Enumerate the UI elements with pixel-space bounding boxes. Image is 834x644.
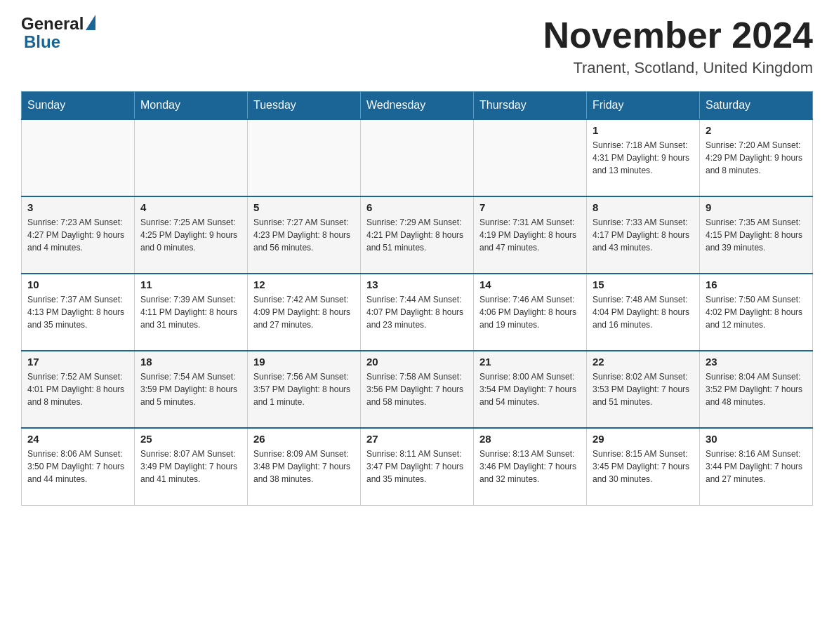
- logo-triangle-icon: [86, 15, 95, 30]
- day-number: 7: [479, 201, 581, 213]
- day-number: 25: [140, 433, 241, 445]
- day-number: 15: [593, 279, 694, 290]
- day-info: Sunrise: 7:35 AM Sunset: 4:15 PM Dayligh…: [706, 216, 807, 254]
- day-number: 28: [479, 433, 581, 445]
- calendar-header-tuesday: Tuesday: [248, 92, 361, 120]
- calendar-cell: 17Sunrise: 7:52 AM Sunset: 4:01 PM Dayli…: [22, 351, 135, 428]
- page: General Blue November 2024 Tranent, Scot…: [0, 0, 834, 520]
- day-info: Sunrise: 7:46 AM Sunset: 4:06 PM Dayligh…: [479, 293, 581, 331]
- day-number: 27: [366, 433, 468, 445]
- logo-general-text: General: [21, 14, 84, 34]
- calendar-cell: 15Sunrise: 7:48 AM Sunset: 4:04 PM Dayli…: [587, 274, 700, 351]
- logo-blue-text: Blue: [24, 32, 60, 52]
- calendar-cell: 13Sunrise: 7:44 AM Sunset: 4:07 PM Dayli…: [361, 274, 474, 351]
- logo-line1: General: [21, 14, 95, 34]
- calendar-cell: 21Sunrise: 8:00 AM Sunset: 3:54 PM Dayli…: [474, 351, 587, 428]
- calendar-cell: 14Sunrise: 7:46 AM Sunset: 4:06 PM Dayli…: [474, 274, 587, 351]
- day-info: Sunrise: 7:37 AM Sunset: 4:13 PM Dayligh…: [27, 293, 128, 331]
- day-info: Sunrise: 8:09 AM Sunset: 3:48 PM Dayligh…: [253, 448, 355, 485]
- day-info: Sunrise: 7:50 AM Sunset: 4:02 PM Dayligh…: [706, 293, 807, 331]
- calendar-cell: 7Sunrise: 7:31 AM Sunset: 4:19 PM Daylig…: [474, 196, 587, 274]
- day-number: 10: [27, 279, 128, 290]
- calendar-cell: 22Sunrise: 8:02 AM Sunset: 3:53 PM Dayli…: [587, 351, 700, 428]
- day-info: Sunrise: 7:23 AM Sunset: 4:27 PM Dayligh…: [27, 216, 128, 254]
- calendar-cell: 3Sunrise: 7:23 AM Sunset: 4:27 PM Daylig…: [22, 196, 135, 274]
- day-info: Sunrise: 8:11 AM Sunset: 3:47 PM Dayligh…: [366, 448, 468, 485]
- calendar-cell: 28Sunrise: 8:13 AM Sunset: 3:46 PM Dayli…: [474, 428, 587, 505]
- calendar-cell: 20Sunrise: 7:58 AM Sunset: 3:56 PM Dayli…: [361, 351, 474, 428]
- calendar: SundayMondayTuesdayWednesdayThursdayFrid…: [21, 91, 813, 506]
- calendar-cell: 4Sunrise: 7:25 AM Sunset: 4:25 PM Daylig…: [135, 196, 248, 274]
- day-info: Sunrise: 7:39 AM Sunset: 4:11 PM Dayligh…: [140, 293, 241, 331]
- day-number: 9: [706, 201, 807, 213]
- logo: General Blue: [21, 14, 95, 52]
- calendar-cell: 10Sunrise: 7:37 AM Sunset: 4:13 PM Dayli…: [22, 274, 135, 351]
- day-number: 3: [27, 201, 128, 213]
- day-info: Sunrise: 7:25 AM Sunset: 4:25 PM Dayligh…: [140, 216, 241, 254]
- day-number: 1: [593, 124, 694, 136]
- day-info: Sunrise: 7:52 AM Sunset: 4:01 PM Dayligh…: [27, 370, 128, 408]
- day-number: 19: [253, 356, 355, 368]
- calendar-cell: 2Sunrise: 7:20 AM Sunset: 4:29 PM Daylig…: [700, 119, 813, 196]
- day-info: Sunrise: 7:27 AM Sunset: 4:23 PM Dayligh…: [253, 216, 355, 254]
- calendar-cell: [22, 119, 135, 196]
- calendar-cell: [248, 119, 361, 196]
- calendar-header-saturday: Saturday: [700, 92, 813, 120]
- day-info: Sunrise: 8:13 AM Sunset: 3:46 PM Dayligh…: [479, 448, 581, 485]
- day-info: Sunrise: 8:00 AM Sunset: 3:54 PM Dayligh…: [479, 370, 581, 408]
- main-title: November 2024: [543, 14, 813, 56]
- day-number: 5: [253, 201, 355, 213]
- day-info: Sunrise: 7:56 AM Sunset: 3:57 PM Dayligh…: [253, 370, 355, 408]
- day-info: Sunrise: 7:54 AM Sunset: 3:59 PM Dayligh…: [140, 370, 241, 408]
- day-number: 30: [706, 433, 807, 445]
- calendar-header-friday: Friday: [587, 92, 700, 120]
- day-number: 16: [706, 279, 807, 290]
- calendar-cell: 9Sunrise: 7:35 AM Sunset: 4:15 PM Daylig…: [700, 196, 813, 274]
- day-number: 6: [366, 201, 468, 213]
- day-info: Sunrise: 7:48 AM Sunset: 4:04 PM Dayligh…: [593, 293, 694, 331]
- calendar-cell: 23Sunrise: 8:04 AM Sunset: 3:52 PM Dayli…: [700, 351, 813, 428]
- day-info: Sunrise: 8:06 AM Sunset: 3:50 PM Dayligh…: [27, 448, 128, 485]
- day-info: Sunrise: 7:20 AM Sunset: 4:29 PM Dayligh…: [706, 139, 807, 177]
- calendar-header-sunday: Sunday: [22, 92, 135, 120]
- calendar-cell: 11Sunrise: 7:39 AM Sunset: 4:11 PM Dayli…: [135, 274, 248, 351]
- calendar-week-4: 17Sunrise: 7:52 AM Sunset: 4:01 PM Dayli…: [22, 351, 813, 428]
- day-info: Sunrise: 8:16 AM Sunset: 3:44 PM Dayligh…: [706, 448, 807, 485]
- header: General Blue November 2024 Tranent, Scot…: [21, 14, 813, 77]
- calendar-cell: 26Sunrise: 8:09 AM Sunset: 3:48 PM Dayli…: [248, 428, 361, 505]
- calendar-cell: 8Sunrise: 7:33 AM Sunset: 4:17 PM Daylig…: [587, 196, 700, 274]
- day-number: 13: [366, 279, 468, 290]
- calendar-cell: 12Sunrise: 7:42 AM Sunset: 4:09 PM Dayli…: [248, 274, 361, 351]
- day-number: 17: [27, 356, 128, 368]
- day-number: 12: [253, 279, 355, 290]
- calendar-week-2: 3Sunrise: 7:23 AM Sunset: 4:27 PM Daylig…: [22, 196, 813, 274]
- day-number: 21: [479, 356, 581, 368]
- day-number: 2: [706, 124, 807, 136]
- title-area: November 2024 Tranent, Scotland, United …: [543, 14, 813, 77]
- day-number: 8: [593, 201, 694, 213]
- day-info: Sunrise: 7:31 AM Sunset: 4:19 PM Dayligh…: [479, 216, 581, 254]
- subtitle: Tranent, Scotland, United Kingdom: [543, 59, 813, 77]
- calendar-cell: 18Sunrise: 7:54 AM Sunset: 3:59 PM Dayli…: [135, 351, 248, 428]
- calendar-cell: 30Sunrise: 8:16 AM Sunset: 3:44 PM Dayli…: [700, 428, 813, 505]
- day-info: Sunrise: 8:04 AM Sunset: 3:52 PM Dayligh…: [706, 370, 807, 408]
- calendar-cell: 24Sunrise: 8:06 AM Sunset: 3:50 PM Dayli…: [22, 428, 135, 505]
- day-info: Sunrise: 7:44 AM Sunset: 4:07 PM Dayligh…: [366, 293, 468, 331]
- day-number: 4: [140, 201, 241, 213]
- day-number: 23: [706, 356, 807, 368]
- calendar-cell: 27Sunrise: 8:11 AM Sunset: 3:47 PM Dayli…: [361, 428, 474, 505]
- calendar-header-thursday: Thursday: [474, 92, 587, 120]
- calendar-week-1: 1Sunrise: 7:18 AM Sunset: 4:31 PM Daylig…: [22, 119, 813, 196]
- calendar-cell: 16Sunrise: 7:50 AM Sunset: 4:02 PM Dayli…: [700, 274, 813, 351]
- calendar-week-3: 10Sunrise: 7:37 AM Sunset: 4:13 PM Dayli…: [22, 274, 813, 351]
- day-info: Sunrise: 7:18 AM Sunset: 4:31 PM Dayligh…: [593, 139, 694, 177]
- day-info: Sunrise: 8:07 AM Sunset: 3:49 PM Dayligh…: [140, 448, 241, 485]
- calendar-cell: 6Sunrise: 7:29 AM Sunset: 4:21 PM Daylig…: [361, 196, 474, 274]
- calendar-cell: 5Sunrise: 7:27 AM Sunset: 4:23 PM Daylig…: [248, 196, 361, 274]
- day-number: 26: [253, 433, 355, 445]
- calendar-cell: 25Sunrise: 8:07 AM Sunset: 3:49 PM Dayli…: [135, 428, 248, 505]
- day-number: 22: [593, 356, 694, 368]
- calendar-cell: 19Sunrise: 7:56 AM Sunset: 3:57 PM Dayli…: [248, 351, 361, 428]
- day-number: 18: [140, 356, 241, 368]
- day-info: Sunrise: 8:15 AM Sunset: 3:45 PM Dayligh…: [593, 448, 694, 485]
